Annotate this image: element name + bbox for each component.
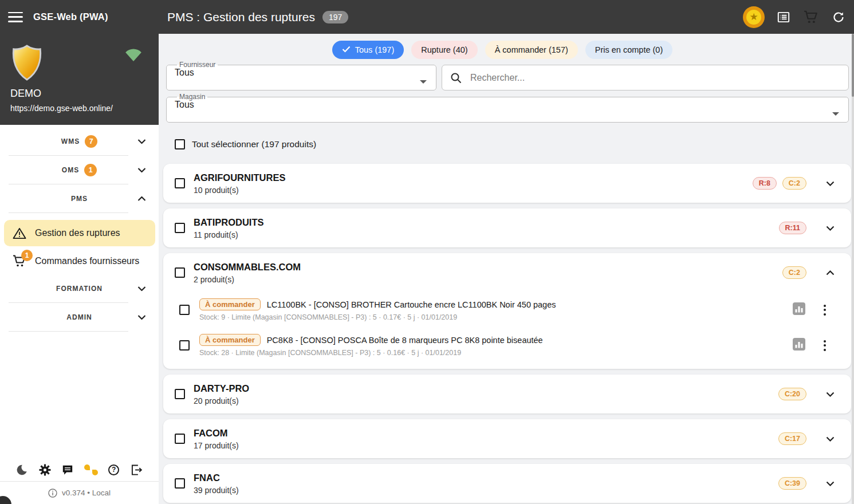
supplier-product-count: 10 produit(s): [194, 186, 285, 195]
logout-icon[interactable]: [129, 462, 145, 478]
supplier-list: AGRIFOURNITURES10 produit(s)R:8C:2BATIPR…: [163, 164, 851, 504]
sidebar-item-gestion-des-ruptures[interactable]: Gestion des ruptures: [4, 220, 155, 246]
select-all-checkbox[interactable]: [175, 139, 185, 149]
chevron-up-icon[interactable]: [820, 263, 840, 282]
chevron-down-icon[interactable]: [420, 80, 427, 84]
chevron-down-icon[interactable]: [820, 384, 840, 404]
supplier-text: FACOM17 produit(s): [194, 428, 239, 450]
supplier-card-header[interactable]: CONSOMMABLES.COM2 produit(s)C:2: [163, 253, 851, 292]
chevron-down-icon[interactable]: [820, 429, 840, 448]
sidebar-group-formation[interactable]: FORMATION: [0, 274, 159, 302]
supplier-text: CONSOMMABLES.COM2 produit(s): [194, 262, 301, 284]
dark-mode-icon[interactable]: [14, 462, 30, 478]
chevron-down-icon[interactable]: [137, 286, 146, 291]
chevron-up-icon[interactable]: [137, 196, 146, 201]
supplier-product-count: 20 produit(s): [194, 396, 249, 405]
supplier-checkbox[interactable]: [175, 434, 185, 444]
supplier-card-fnac: FNAC39 produit(s)C:39: [163, 464, 851, 503]
commander-count-badge: C:39: [778, 477, 806, 490]
product-checkbox[interactable]: [179, 340, 190, 351]
sidebar-group-pms[interactable]: PMS: [0, 184, 159, 212]
filter-chip-label: Rupture (40): [421, 45, 467, 54]
sidebar-group-oms[interactable]: OMS1: [0, 156, 159, 184]
rupture-count-badge: R:8: [753, 177, 777, 190]
more-options-icon[interactable]: [821, 302, 828, 318]
star-badge-button[interactable]: ★: [743, 6, 765, 28]
sidebar-group-label: FORMATION: [56, 285, 103, 293]
stats-chart-icon[interactable]: [793, 302, 805, 317]
chat-icon[interactable]: [60, 462, 76, 478]
sidebar-item-commandes-fournisseurs[interactable]: 1Commandes fournisseurs: [4, 248, 155, 274]
product-title: PC8K8 - [CONSO] POSCA Boîte de 8 marqueu…: [267, 336, 543, 345]
supplier-text: DARTY-PRO20 produit(s): [194, 383, 249, 405]
chevron-down-icon[interactable]: [820, 174, 840, 193]
supplier-checkbox[interactable]: [175, 267, 185, 278]
rupture-count-badge: R:11: [779, 222, 806, 234]
stats-chart-icon[interactable]: [793, 338, 805, 353]
chevron-down-icon[interactable]: [137, 314, 146, 320]
supplier-checkbox[interactable]: [175, 389, 185, 399]
supplier-card-header[interactable]: AGRIFOURNITURES10 produit(s)R:8C:2: [163, 164, 851, 203]
sidebar-header: GSE-Web (PWA): [0, 11, 159, 22]
supplier-text: FNAC39 produit(s): [194, 472, 239, 495]
chevron-down-icon[interactable]: [820, 218, 840, 238]
filter-chips: Tous (197)Rupture (40)À commander (157)P…: [159, 41, 846, 59]
supplier-card-facom: FACOM17 produit(s)C:17: [163, 419, 851, 458]
magasin-value: Tous: [175, 100, 840, 116]
product-text: À commanderPC8K8 - [CONSO] POSCA Boîte d…: [199, 334, 543, 357]
supplier-checkbox[interactable]: [175, 223, 185, 233]
select-all-row: Tout sélectionner (197 produits): [175, 139, 316, 149]
search-bar[interactable]: [442, 65, 849, 90]
scrollbar-track[interactable]: [852, 34, 854, 504]
filter-chip-label: Tous (197): [355, 45, 395, 54]
chevron-down-icon[interactable]: [832, 112, 839, 116]
chevron-down-icon[interactable]: [137, 167, 146, 172]
supplier-product-count: 17 produit(s): [194, 441, 239, 450]
supplier-name: FNAC: [194, 472, 239, 483]
supplier-card-header[interactable]: FNAC39 produit(s)C:39: [163, 464, 851, 503]
a-commander-chip: À commander: [199, 334, 261, 346]
supplier-card-header[interactable]: BATIPRODUITS11 produit(s)R:11: [163, 208, 851, 247]
warning-icon: [12, 227, 27, 239]
sidebar-group-label: PMS: [71, 195, 88, 203]
refresh-icon[interactable]: [830, 9, 847, 26]
product-details: Stock: 28 · Limite (Magasin [CONSOMMABLE…: [199, 349, 543, 357]
filter-chip-tous-197[interactable]: Tous (197): [332, 41, 404, 59]
sidebar-group-admin[interactable]: ADMIN: [0, 303, 159, 331]
product-checkbox[interactable]: [179, 305, 190, 315]
filter-chip-commander-157[interactable]: À commander (157): [485, 41, 578, 59]
magasin-select[interactable]: Magasin Tous: [166, 93, 849, 123]
profile-name: DEMO: [10, 88, 151, 100]
supplier-checkbox[interactable]: [175, 178, 185, 188]
list-view-icon[interactable]: [775, 9, 792, 26]
settings-gear-icon[interactable]: [37, 462, 53, 478]
filter-chip-rupture-40[interactable]: Rupture (40): [411, 41, 477, 59]
supplier-card-batiproduits: BATIPRODUITS11 produit(s)R:11: [163, 208, 851, 247]
supplier-product-count: 39 produit(s): [194, 486, 239, 495]
search-input[interactable]: [469, 72, 840, 84]
sync-quotes-icon[interactable]: [83, 462, 99, 478]
more-options-icon[interactable]: [821, 338, 828, 353]
supplier-card-header[interactable]: FACOM17 produit(s)C:17: [163, 419, 851, 458]
filter-chip-pris-en-compte-0[interactable]: Pris en compte (0): [585, 41, 672, 59]
menu-icon[interactable]: [8, 12, 23, 22]
sidebar-group-wms[interactable]: WMS7: [0, 127, 159, 155]
sidebar-item-label: Gestion des ruptures: [35, 228, 120, 238]
scrollbar-thumb[interactable]: [852, 34, 854, 97]
product-row: À commanderLC1100BK - [CONSO] BROTHER Ca…: [163, 292, 851, 328]
sidebar-toolbar: ?: [0, 459, 159, 480]
chevron-down-icon[interactable]: [820, 474, 840, 493]
product-title: LC1100BK - [CONSO] BROTHER Cartouche enc…: [267, 300, 556, 309]
fournisseur-select[interactable]: Fournisseur Tous: [166, 61, 436, 90]
notification-badge: 1: [84, 164, 97, 176]
help-icon[interactable]: ?: [106, 462, 122, 478]
supplier-checkbox[interactable]: [175, 478, 185, 489]
commander-count-badge: C:2: [782, 177, 806, 190]
version-bar: v0.374 • Local: [0, 481, 159, 504]
supplier-card-header[interactable]: DARTY-PRO20 produit(s)C:20: [163, 375, 851, 414]
sidebar-profile: DEMO https://demo.gse-web.online/: [0, 34, 159, 125]
shield-logo: [10, 44, 44, 82]
chevron-down-icon[interactable]: [137, 139, 146, 144]
supplier-text: AGRIFOURNITURES10 produit(s): [194, 172, 285, 195]
cart-icon[interactable]: [802, 9, 820, 26]
